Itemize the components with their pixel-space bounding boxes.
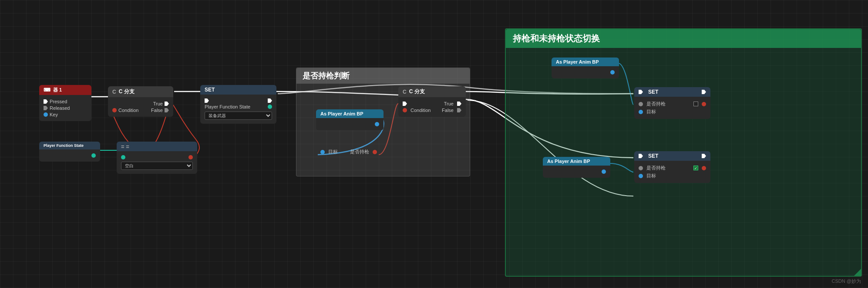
set2-body: 是否持枪 目标 [634,97,710,119]
set3-title: SET [648,153,658,159]
set3-target-row: 目标 [639,173,706,179]
animBP3-node: As Player Anim BP [543,157,610,178]
pfs-node: Player Function State [39,142,100,162]
set3-exec-out [702,154,706,158]
set2-holding-row: 是否持枪 [639,101,706,107]
set3-exec-in [639,154,643,158]
pressed-exec-pin [44,99,48,104]
compare-body: 空白 [117,151,197,174]
compare-equals: = = [121,143,129,150]
set2-holding-in [639,102,643,106]
set2-title: SET [648,89,658,95]
corner-decoration [854,269,861,276]
compare-header: = = [117,142,197,151]
branch2-false-pin [457,108,461,112]
set2-holding-label: 是否持枪 [646,101,666,107]
set1-out-pin [268,105,272,109]
released-exec-pin [44,106,48,110]
pressed-pin-row: Pressed [44,99,87,104]
released-label: Released [50,105,70,111]
branch1-header: C C 分支 [108,86,173,97]
set3-target-label: 目标 [646,173,656,179]
set2-target-label: 目标 [646,108,656,115]
set2-red-pin [702,102,706,106]
comment-switch-box: 持枪和未持枪状态切换 As Player Anim BP SET 是否持枪 [505,28,862,277]
set1-dropdown-row[interactable]: 装备武器 [205,111,272,120]
comment-gun-title: 是否持枪判断 [296,68,470,84]
branch1-false-pin [165,108,169,112]
animBP2-title: As Player Anim BP [556,59,599,64]
branch2-body: True Condition False [398,97,466,117]
keyboard-node-header: ⌨ 器 1 [39,85,91,95]
compare-in-pin [121,155,125,159]
branch2-exec-in [403,102,407,106]
set1-dropdown[interactable]: 装备武器 [205,112,272,120]
animBP1-title: As Player Anim BP [320,111,363,116]
set2-exec-out [702,90,706,94]
keyboard-node-title: 器 1 [53,87,62,93]
set1-exec-out [268,98,272,103]
animBP3-title: As Player Anim BP [547,159,590,164]
branch1-true-pin [165,102,169,106]
animBP2-body [552,66,619,78]
animBP2-header: As Player Anim BP [552,58,619,66]
animBP2-out-pin [610,70,615,75]
set1-exec-in [205,98,209,103]
branch2-header: C C 分支 [398,86,466,97]
set2-target-pin [639,110,643,114]
comment-switch-title: 持枪和未持枪状态切换 [506,29,861,48]
branch1-false-label: False [151,108,163,113]
pfs-title: Player Function State [44,143,84,148]
set1-title: SET [205,87,215,93]
compare-out-pin [188,155,193,159]
branch2-condition-label: Condition [410,108,431,113]
branch2-icon: C [403,89,407,95]
pfs-header: Player Function State [39,142,100,149]
branch2-false-label: False [442,108,454,113]
branch2-true-label: True [444,101,454,106]
key-pin-row: Key [44,112,87,117]
set2-exec-in [639,90,643,94]
branch2-true-pin [457,102,461,106]
set1-header: SET [200,85,276,95]
target-pin [320,150,325,154]
branch2-title: C 分支 [409,88,425,95]
branch1-node: C C 分支 True Condition False [108,86,173,117]
animBP3-body [543,166,610,178]
set1-exec-row [205,98,272,103]
animBP3-header: As Player Anim BP [543,157,610,166]
set3-body: 是否持枪 目标 [634,161,710,183]
animBP3-out-pin [602,169,606,174]
set3-holding-in [639,166,643,170]
branch1-title: C 分支 [119,88,135,95]
set3-checkbox [693,166,698,170]
animBP1-node: As Player Anim BP [316,109,384,130]
compare-dropdown[interactable]: 空白 [121,162,193,170]
target-label: 目标 [328,149,338,155]
set2-target-row: 目标 [639,108,706,115]
compare-dropdown-row[interactable]: 空白 [121,161,193,170]
set1-subtitle: Player Function State [205,104,250,109]
holding-pin [373,150,377,154]
pfs-body [39,149,100,162]
animBP1-pin-row [320,122,379,126]
pressed-label: Pressed [50,99,67,104]
branch2-true-row: True [403,101,461,106]
set3-target-pin [639,174,643,178]
branch1-true-row: True [112,101,169,106]
animBP1-header: As Player Anim BP [316,109,384,118]
animBP1-out-pin [375,122,379,126]
released-pin-row: Released [44,105,87,111]
pfs-out-row [44,153,96,158]
branch2-node: C C 分支 True Condition False [398,86,466,117]
set1-body: Player Function State 装备武器 [200,95,276,124]
set1-subtitle-row: Player Function State [205,104,272,109]
keyboard-icon: ⌨ [44,87,50,93]
pfs-out-pin [91,153,96,158]
animBP1-body [316,118,384,130]
comment-gun-box: 是否持枪判断 As Player Anim BP 目标 是否持枪 [296,68,470,176]
set3-red-pin [702,166,706,170]
set1-node: SET Player Function State 装备武器 [200,85,276,124]
branch1-condition-label: Condition [118,108,138,113]
key-pin [44,112,48,117]
